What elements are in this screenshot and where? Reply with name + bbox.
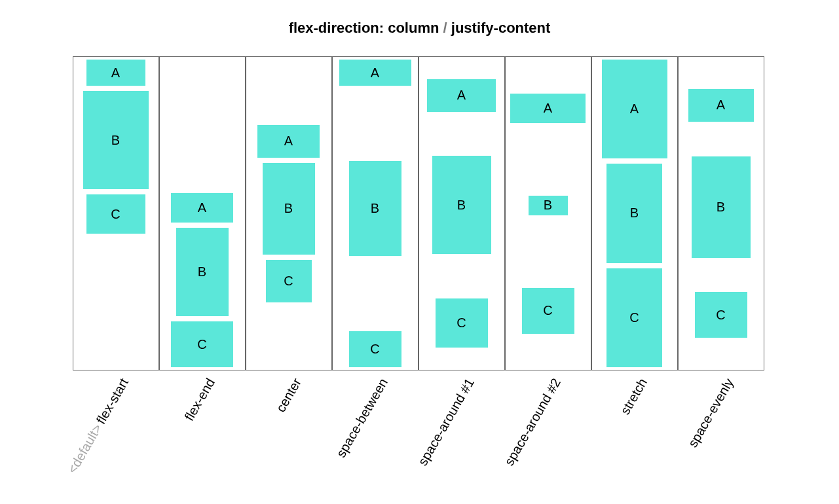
column-label-area: stretch (591, 370, 678, 501)
column-label-text: stretch (617, 376, 649, 417)
flex-item-a: A (427, 79, 496, 112)
flex-container-space-evenly: ABC (678, 56, 764, 370)
flex-item-b: B (432, 156, 491, 254)
flex-item-c: C (349, 331, 401, 367)
flex-item-b: B (263, 163, 315, 255)
column-label-area: center (246, 370, 332, 501)
example-column-center: ABCcenter (246, 56, 332, 501)
column-label-space-evenly: space-evenly (685, 376, 737, 450)
column-label-area: space-around #2 (505, 370, 591, 501)
flex-item-a: A (171, 193, 233, 223)
column-label-text: space-evenly (685, 376, 736, 450)
flex-item-c: C (436, 298, 488, 348)
column-label-text: flex-start (93, 376, 130, 426)
flex-item-c: C (171, 321, 233, 367)
column-label-center: center (273, 376, 305, 415)
title-separator: / (443, 20, 447, 36)
flex-item-b: B (606, 164, 662, 262)
flex-item-c: C (522, 288, 574, 334)
column-label-area: <default>flex-start (73, 370, 159, 501)
column-label-space-around-2: space-around #2 (501, 376, 563, 468)
column-label-stretch: stretch (617, 376, 650, 417)
example-column-space-evenly: ABCspace-evenly (678, 56, 764, 501)
flex-container-space-between: ABC (332, 56, 419, 370)
column-label-space-between: space-between (333, 376, 391, 460)
flex-item-b: B (83, 91, 149, 189)
flex-item-c: C (266, 260, 312, 302)
column-label-flex-end: flex-end (181, 376, 217, 423)
flex-item-c: C (695, 292, 747, 338)
column-label-text: space-around #1 (415, 376, 476, 468)
flex-item-b: B (529, 196, 568, 215)
flex-item-a: A (257, 125, 320, 158)
example-column-stretch: ABCstretch (591, 56, 678, 501)
column-label-flex-start: <default>flex-start (64, 376, 131, 477)
flex-item-a: A (688, 89, 754, 122)
flex-item-a: A (339, 60, 411, 86)
columns-container: ABC<default>flex-startABCflex-endABCcent… (73, 56, 767, 501)
column-label-space-around-1: space-around #1 (415, 376, 477, 468)
flex-item-b: B (176, 228, 229, 316)
flex-item-c: C (86, 194, 145, 234)
column-label-area: flex-end (159, 370, 246, 501)
column-label-area: space-around #1 (419, 370, 505, 501)
diagram-title: flex-direction: column / justify-content (0, 20, 839, 37)
column-label-text: center (273, 376, 304, 414)
example-column-space-between: ABCspace-between (332, 56, 419, 501)
flex-item-b: B (349, 161, 401, 256)
title-prefix: flex-direction: column (289, 20, 439, 36)
title-suffix: justify-content (451, 20, 551, 36)
example-column-space-around-1: ABCspace-around #1 (419, 56, 505, 501)
flex-container-space-around-2: ABC (505, 56, 591, 370)
column-label-text: flex-end (181, 376, 217, 423)
flex-container-flex-start: ABC (73, 56, 159, 370)
column-label-text: space-around #2 (501, 376, 563, 468)
column-label-area: space-evenly (678, 370, 764, 501)
flex-container-center: ABC (246, 56, 332, 370)
column-label-area: space-between (332, 370, 419, 501)
example-column-space-around-2: ABCspace-around #2 (505, 56, 591, 501)
flex-item-b: B (692, 156, 751, 258)
default-tag: <default> (64, 422, 104, 476)
flex-item-a: A (86, 60, 145, 86)
flex-item-a: A (602, 60, 667, 158)
example-column-flex-start: ABC<default>flex-start (73, 56, 159, 501)
example-column-flex-end: ABCflex-end (159, 56, 246, 501)
flex-container-space-around-1: ABC (419, 56, 505, 370)
flex-container-flex-end: ABC (159, 56, 246, 370)
flex-item-c: C (606, 268, 662, 367)
column-label-text: space-between (333, 376, 390, 459)
flex-item-a: A (510, 94, 586, 123)
flex-container-stretch: ABC (591, 56, 678, 370)
